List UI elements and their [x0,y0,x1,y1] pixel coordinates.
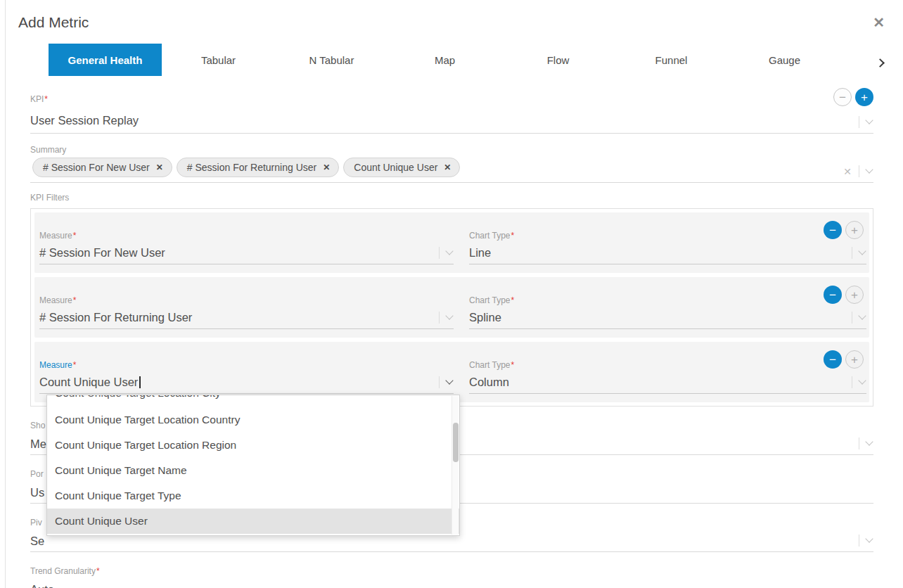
chip-remove-icon[interactable]: ✕ [156,162,163,172]
summary-chip: Count Unique User ✕ [343,158,460,177]
divider [852,247,852,259]
chip-label: # Session For Returning User [187,162,316,173]
divider [439,376,440,388]
chevron-down-icon[interactable] [445,312,453,319]
tab-n-tabular[interactable]: N Tabular [275,44,388,76]
kpi-label: KPI* [30,94,873,104]
kpi-filters-label: KPI Filters [30,193,873,203]
chevron-down-icon[interactable] [445,376,453,384]
dropdown-item-partial[interactable]: Count Unique Target Location City [47,395,459,407]
tab-gauge[interactable]: Gauge [728,44,841,76]
chart-type-select[interactable]: Line [469,241,866,264]
measure-card: − + Measure* # Session For New User Char… [34,212,869,273]
measure-card: − + Measure* # Session For Returning Use… [34,277,869,338]
tabs-next-button[interactable] [874,53,886,72]
divider [852,312,852,324]
page-title: Add Metric [18,14,89,31]
remove-measure-button[interactable]: − [824,221,842,239]
divider [852,376,852,388]
dropdown-item[interactable]: Count Unique Target Name [47,458,459,483]
chip-remove-icon[interactable]: ✕ [323,162,330,172]
dropdown-item[interactable]: Count Unique Target Location Country [47,407,459,433]
chip-label: # Session For New User [43,162,150,173]
add-measure-button[interactable]: + [845,350,864,369]
measure-label: Measure* [39,231,454,241]
remove-kpi-button[interactable]: − [833,88,852,106]
tab-bar: General Health Tabular N Tabular Map Flo… [49,44,903,76]
trend-granularity-label: Trend Granularity* [30,566,873,576]
divider [439,312,440,324]
tab-flow[interactable]: Flow [501,44,615,76]
divider [859,165,859,177]
dropdown-item[interactable]: Count Unique Target Location Region [47,433,459,458]
divider [439,247,440,259]
chevron-down-icon[interactable] [858,312,866,319]
measure-card: − + Measure* Count Unique User Chart Typ… [34,342,869,402]
divider [859,535,859,547]
tab-map[interactable]: Map [388,44,501,76]
plus-icon: + [861,91,868,103]
add-measure-button[interactable]: + [845,221,864,239]
kpi-field: − + KPI* User Session Replay [30,94,873,134]
chevron-down-icon[interactable] [445,247,453,255]
divider [859,116,859,128]
plus-icon: + [851,354,858,366]
chip-label: Count Unique User [354,162,437,173]
dropdown-item[interactable]: Count Unique Target Type [47,483,459,509]
summary-field: Summary # Session For New User ✕ # Sessi… [30,145,873,183]
summary-label: Summary [30,145,873,155]
plus-icon: + [851,289,858,301]
dropdown-scrollbar [452,396,459,535]
tab-tabular[interactable]: Tabular [162,44,275,76]
divider [859,437,859,449]
chevron-down-icon[interactable] [865,437,873,445]
chart-type-label: Chart Type* [469,360,866,370]
measure-select[interactable]: # Session For New User [39,241,454,264]
filters-container: − + Measure* # Session For New User Char… [30,208,873,407]
measure-label: Measure* [39,360,454,370]
measure-label: Measure* [39,295,454,305]
chevron-right-icon [876,58,885,68]
chevron-down-icon[interactable] [858,247,866,255]
scrollbar-thumb[interactable] [453,423,459,462]
minus-icon: − [829,354,836,366]
summary-multiselect[interactable]: # Session For New User ✕ # Session For R… [30,155,873,183]
add-kpi-button[interactable]: + [855,88,873,106]
measure-dropdown: Count Unique Target Location City Count … [46,395,460,536]
chevron-down-icon[interactable] [865,165,873,173]
kpi-select[interactable]: User Session Replay [30,104,873,134]
text-cursor [139,376,141,388]
close-icon[interactable]: ✕ [873,15,885,30]
tab-funnel[interactable]: Funnel [615,44,728,76]
modal-header: Add Metric ✕ [6,0,903,44]
summary-chip: # Session For New User ✕ [32,158,172,177]
minus-icon: − [839,91,846,103]
minus-icon: − [829,289,836,301]
chevron-down-icon[interactable] [865,535,873,542]
measure-select[interactable]: # Session For Returning User [39,305,454,329]
plus-icon: + [851,224,858,236]
chevron-down-icon[interactable] [858,376,866,384]
add-metric-modal: Add Metric ✕ General Health Tabular N Ta… [5,0,903,588]
remove-measure-button[interactable]: − [824,286,842,304]
minus-icon: − [829,224,836,236]
chart-type-select[interactable]: Spline [469,305,866,329]
trend-granularity-field: Trend Granularity* Auto [30,566,873,588]
chip-remove-icon[interactable]: ✕ [444,162,451,172]
clear-icon[interactable]: ✕ [843,166,852,177]
tab-general-health[interactable]: General Health [49,44,162,76]
chart-type-label: Chart Type* [469,295,866,305]
chevron-down-icon[interactable] [865,116,873,124]
kpi-value: User Session Replay [30,114,139,127]
chart-type-select[interactable]: Column [469,370,866,394]
trend-granularity-select[interactable]: Auto [30,580,873,588]
summary-chip: # Session For Returning User ✕ [177,158,339,177]
measure-input[interactable]: Count Unique User [39,370,454,394]
add-measure-button[interactable]: + [845,286,864,304]
remove-measure-button[interactable]: − [824,350,842,369]
chart-type-label: Chart Type* [469,231,866,241]
dropdown-item-highlighted[interactable]: Count Unique User [47,509,459,534]
